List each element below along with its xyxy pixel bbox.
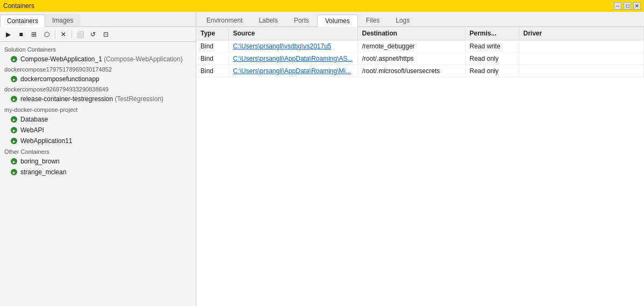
delete-button[interactable]: ✕	[58, 29, 69, 40]
tree-item-database[interactable]: Database	[0, 114, 196, 125]
cell-type-2: Bind	[196, 65, 228, 77]
item-label-strange-mclean: strange_mclean	[20, 168, 66, 176]
group-label-other: Other Containers	[0, 146, 196, 156]
table-row: BindC:\Users\prsangli\AppData\Roaming\AS…	[196, 53, 644, 65]
item-label-database: Database	[20, 116, 48, 123]
left-panel: Containers Images ▶ ■ ⊞ ⬡ ✕ ⬜ ↺ ⊡ Soluti…	[0, 12, 196, 306]
left-toolbar: ▶ ■ ⊞ ⬡ ✕ ⬜ ↺ ⊡	[0, 27, 196, 42]
item-label-boring-brown: boring_brown	[20, 158, 60, 165]
group-label-solution: Solution Containers	[0, 44, 196, 54]
item-label-webapi: WebAPI	[20, 126, 44, 134]
tree-item-webapplication11[interactable]: WebApplication11	[0, 136, 196, 146]
right-panel: Environment Labels Ports Volumes Files L…	[196, 12, 644, 306]
cell-destination-1: /root/.aspnet/https	[357, 53, 465, 65]
group-id-1: dockercompose17975178969030174852	[0, 65, 196, 74]
title-bar-title: Containers	[3, 2, 34, 10]
tab-images[interactable]: Images	[45, 14, 80, 26]
main-container: Containers Images ▶ ■ ⊞ ⬡ ✕ ⬜ ↺ ⊡ Soluti…	[0, 12, 644, 306]
toolbar-separator-2	[71, 30, 72, 39]
cell-destination-2: /root/.microsoft/usersecrets	[357, 65, 465, 77]
volumes-table-wrapper: Type Source Destination Permis... Driver…	[196, 27, 644, 306]
group-id-2: dockercompose9269794933290838649	[0, 84, 196, 94]
status-icon-running-7	[11, 158, 17, 165]
tab-environment[interactable]: Environment	[198, 14, 251, 26]
cell-driver-0	[519, 40, 644, 53]
run-button[interactable]: ▶	[2, 29, 14, 40]
status-icon-running-5	[11, 127, 17, 133]
cell-permissions-1: Read only	[465, 53, 519, 65]
container-tree: Solution Containers Compose-WebApplicati…	[0, 42, 196, 306]
cell-type-0: Bind	[196, 40, 228, 53]
table-row: BindC:\Users\prsangli\AppData\Roaming\Mi…	[196, 65, 644, 77]
status-icon-running-6	[11, 138, 17, 144]
more-button[interactable]: ⊡	[100, 29, 112, 40]
title-bar-controls: ─ ◻ ✕	[614, 2, 641, 10]
stop-button[interactable]: ■	[15, 29, 27, 40]
cell-permissions-0: Read write	[465, 40, 519, 53]
status-icon-running-4	[11, 116, 17, 123]
tree-item-strange-mclean[interactable]: strange_mclean	[0, 167, 196, 177]
col-header-source: Source	[228, 27, 357, 40]
status-icon-running-3	[11, 96, 17, 102]
cell-type-1: Bind	[196, 53, 228, 65]
refresh-button[interactable]: ↺	[87, 29, 99, 40]
cell-destination-0: /remote_debugger	[357, 40, 465, 53]
item-label-release: release-container-testregression (TestRe…	[20, 95, 163, 103]
close-button[interactable]: ✕	[633, 2, 641, 10]
cell-permissions-2: Read only	[465, 65, 519, 77]
volumes-table: Type Source Destination Permis... Driver…	[196, 27, 644, 77]
cell-source-0[interactable]: C:\Users\prsangli\vsdbg\vs2017u5	[228, 40, 357, 53]
left-tab-bar: Containers Images	[0, 12, 196, 27]
status-icon-running-8	[11, 169, 17, 175]
cell-source-1[interactable]: C:\Users\prsangli\AppData\Roaming\AS...	[228, 53, 357, 65]
item-label-functionapp: dockercomposefunctionapp	[20, 75, 99, 83]
attach-button[interactable]: ⊞	[28, 29, 40, 40]
exec-button[interactable]: ⬡	[41, 29, 53, 40]
item-label-webapplication11: WebApplication11	[20, 137, 73, 145]
col-header-permissions: Permis...	[465, 27, 519, 40]
cell-driver-1	[519, 53, 644, 65]
browse-button[interactable]: ⬜	[74, 29, 86, 40]
cell-source-2[interactable]: C:\Users\prsangli\AppData\Roaming\Mi...	[228, 65, 357, 77]
tree-item-release-container[interactable]: release-container-testregression (TestRe…	[0, 94, 196, 104]
table-row: BindC:\Users\prsangli\vsdbg\vs2017u5/rem…	[196, 40, 644, 53]
minimize-button[interactable]: ─	[614, 2, 621, 10]
group-label-mycompose: my-docker-compose-project	[0, 104, 196, 114]
item-label-compose: Compose-WebApplication_1 (Compose-WebApp…	[20, 55, 183, 63]
cell-driver-2	[519, 65, 644, 77]
col-header-type: Type	[196, 27, 228, 40]
status-icon-running-2	[11, 76, 17, 82]
tab-containers[interactable]: Containers	[0, 15, 45, 27]
right-tab-bar: Environment Labels Ports Volumes Files L…	[196, 12, 644, 27]
col-header-driver: Driver	[519, 27, 644, 40]
tree-item-compose-webapplication[interactable]: Compose-WebApplication_1 (Compose-WebApp…	[0, 54, 196, 65]
status-icon-running	[11, 56, 17, 62]
tab-labels[interactable]: Labels	[251, 14, 285, 26]
tab-volumes[interactable]: Volumes	[317, 15, 358, 27]
restore-button[interactable]: ◻	[624, 2, 631, 10]
col-header-destination: Destination	[357, 27, 465, 40]
tree-item-dockercomposefunctionapp[interactable]: dockercomposefunctionapp	[0, 74, 196, 84]
tree-item-boring-brown[interactable]: boring_brown	[0, 156, 196, 167]
tab-ports[interactable]: Ports	[286, 14, 317, 26]
tab-files[interactable]: Files	[358, 14, 388, 26]
title-bar: Containers ─ ◻ ✕	[0, 0, 644, 12]
toolbar-separator-1	[55, 30, 55, 39]
tree-item-webapi[interactable]: WebAPI	[0, 125, 196, 136]
tab-logs[interactable]: Logs	[388, 14, 418, 26]
